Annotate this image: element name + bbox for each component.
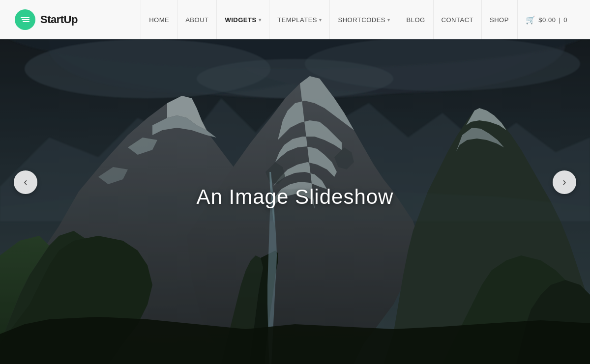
nav-item-about[interactable]: ABOUT xyxy=(177,0,217,39)
next-slide-button[interactable]: › xyxy=(553,170,576,194)
logo-text: StartUp xyxy=(40,13,78,26)
nav-item-widgets[interactable]: WIDGETS ▾ xyxy=(217,0,269,39)
svg-rect-8 xyxy=(0,0,590,364)
prev-arrow-icon: ‹ xyxy=(24,177,27,188)
slide-title: An Image Slideshow xyxy=(197,185,394,209)
cart-price: $0.00 xyxy=(538,16,556,24)
slide-caption: An Image Slideshow xyxy=(197,185,394,209)
cart-count: 0 xyxy=(563,16,567,24)
site-header: StartUp HOME ABOUT WIDGETS ▾ TEMPLATES ▾… xyxy=(0,0,590,39)
shortcodes-chevron-icon: ▾ xyxy=(387,17,390,23)
cart-separator: | xyxy=(559,16,560,24)
next-arrow-icon: › xyxy=(562,177,566,188)
nav-item-shortcodes[interactable]: SHORTCODES ▾ xyxy=(330,0,398,39)
main-nav: HOME ABOUT WIDGETS ▾ TEMPLATES ▾ SHORTCO… xyxy=(141,0,575,39)
logo-link[interactable]: StartUp xyxy=(15,9,78,30)
logo-icon xyxy=(15,9,35,30)
prev-slide-button[interactable]: ‹ xyxy=(14,170,37,194)
slideshow: An Image Slideshow ‹ › StartUp HOME xyxy=(0,0,590,364)
nav-item-blog[interactable]: BLOG xyxy=(398,0,433,39)
nav-item-contact[interactable]: CONTACT xyxy=(434,0,482,39)
templates-chevron-icon: ▾ xyxy=(319,17,322,23)
nav-item-shop[interactable]: SHOP xyxy=(482,0,517,39)
nav-item-home[interactable]: HOME xyxy=(141,0,177,39)
cart-icon: 🛒 xyxy=(526,15,536,25)
cart-area[interactable]: 🛒 $0.00 | 0 xyxy=(517,0,575,39)
nav-item-templates[interactable]: TEMPLATES ▾ xyxy=(269,0,330,39)
widgets-chevron-icon: ▾ xyxy=(259,17,262,23)
